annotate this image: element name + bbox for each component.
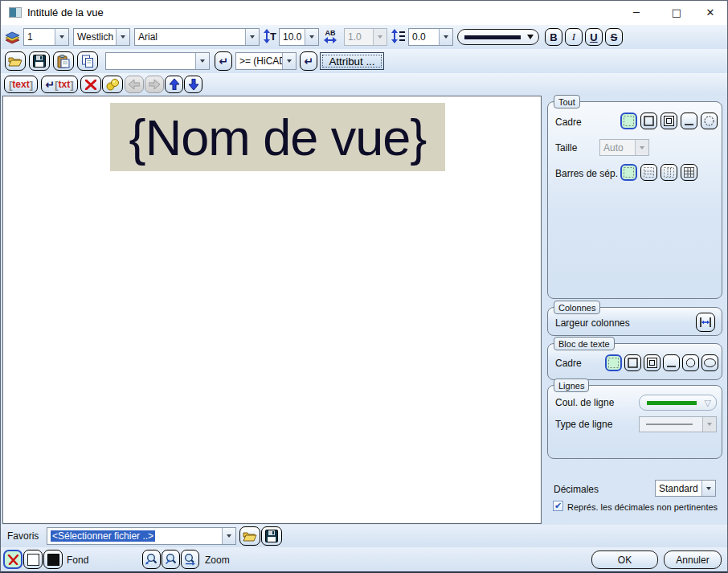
group-lignes: Lignes Coul. de ligne ▽ Type de ligne — [547, 385, 722, 459]
tout-cadre-circle-button[interactable] — [701, 113, 718, 129]
fond-none-button[interactable] — [3, 550, 22, 569]
layer-select[interactable]: 1 — [23, 28, 69, 46]
chevron-down-icon[interactable] — [55, 29, 68, 45]
move-down-button[interactable] — [184, 76, 202, 93]
minimize-icon: ─ — [633, 6, 640, 18]
format-toolbar: 1 Westlich Arial T 10.0 AB 1.0 — [1, 25, 727, 50]
maximize-button[interactable]: □ — [659, 1, 694, 24]
white-square-icon — [27, 554, 39, 566]
magnifier-arrow-icon — [183, 553, 197, 567]
chevron-down-icon[interactable] — [305, 29, 318, 45]
magnifier-minus-icon — [145, 553, 158, 567]
insert-attribute-button[interactable]: ↵ — [215, 51, 232, 71]
ok-button[interactable]: OK — [591, 550, 658, 569]
line-style-select[interactable] — [457, 29, 539, 45]
save-button[interactable] — [29, 51, 50, 71]
barres-none-button[interactable] — [620, 164, 637, 181]
column-width-button[interactable] — [696, 313, 715, 332]
maximize-icon: □ — [672, 6, 681, 18]
underline-button[interactable]: U — [585, 28, 603, 46]
attribute-source-select[interactable]: >= (HiCAD — [235, 52, 297, 70]
line-spacing-icon — [391, 29, 405, 43]
barres-grid-button[interactable] — [681, 164, 697, 181]
fond-white-button[interactable] — [23, 550, 43, 569]
copy-button[interactable] — [77, 51, 98, 71]
text-block-button[interactable]: [text] — [4, 76, 38, 93]
chevron-down-icon[interactable] — [282, 53, 296, 69]
paste-button[interactable] — [53, 51, 74, 71]
bloc-cadre-underline-button[interactable] — [663, 354, 680, 371]
chevron-down-icon[interactable] — [195, 53, 209, 69]
open-button[interactable] — [5, 51, 26, 71]
chevron-down-icon[interactable] — [116, 29, 129, 45]
chevron-down-icon[interactable] — [245, 29, 259, 45]
insert-source-button[interactable]: ↵ — [300, 51, 317, 71]
barres-vertical-button[interactable] — [661, 164, 677, 181]
previous-button — [125, 76, 144, 93]
cancel-button[interactable]: Annuler — [664, 550, 722, 569]
chevron-down-icon[interactable]: ▽ — [705, 398, 711, 408]
preview-canvas[interactable]: {Nom de vue} — [2, 96, 542, 524]
font-select[interactable]: Arial — [134, 28, 260, 46]
bold-button[interactable]: B — [545, 28, 562, 46]
bloc-cadre-box-button[interactable] — [624, 354, 641, 371]
edit-toolbar: [text] ↵ [txt] — [1, 73, 727, 96]
line-spacing-select[interactable]: 0.0 — [408, 28, 453, 46]
chevron-down-icon — [702, 417, 716, 432]
fond-black-button[interactable] — [43, 550, 63, 569]
bloc-cadre-circle-button[interactable] — [682, 354, 699, 371]
pearls-icon — [106, 79, 119, 91]
tout-cadre-underline-button[interactable] — [681, 113, 697, 129]
font-size-select[interactable]: 10.0 — [279, 28, 319, 46]
view-title-dialog: Intitulé de la vue ─ □ ✕ 1 Westlich Aria… — [0, 0, 728, 573]
attribute-value-select[interactable] — [105, 52, 210, 70]
attribute-toolbar: ↵ >= (HiCAD ↵ Attribut ... — [1, 49, 727, 74]
favorites-bar: Favoris <Sélectionner fichier ..> — [1, 525, 727, 547]
bloc-cadre-ellipse-button[interactable] — [701, 354, 718, 371]
attribut-button[interactable]: Attribut ... — [320, 52, 384, 70]
group-colonnes: Colonnes Largeur colonnes — [547, 307, 722, 336]
chevron-down-icon — [635, 140, 648, 155]
zoom-label: Zoom — [205, 555, 230, 566]
favorites-select[interactable]: <Sélectionner fichier ..> — [47, 527, 236, 545]
insert-text-block-button[interactable]: ↵ [txt] — [41, 76, 78, 93]
fond-label: Fond — [67, 555, 88, 566]
strikethrough-button[interactable]: S — [605, 28, 623, 46]
floppy-icon — [33, 55, 46, 68]
chevron-down-icon — [373, 29, 386, 45]
decimales-select[interactable]: Standard — [655, 480, 716, 497]
zoom-in-button[interactable] — [162, 550, 180, 569]
window-title: Intitulé de la vue — [27, 6, 104, 18]
chevron-down-icon[interactable] — [439, 29, 452, 45]
move-up-button[interactable] — [165, 76, 183, 93]
tout-cadre-double-box-button[interactable] — [661, 113, 677, 129]
alignment-select[interactable]: Westlich — [73, 28, 130, 46]
non-pertinentes-checkbox[interactable]: ✔ — [553, 501, 563, 511]
minimize-button[interactable]: ─ — [619, 1, 654, 24]
barres-horizontal-button[interactable] — [640, 164, 657, 181]
italic-button[interactable]: I — [565, 28, 583, 46]
green-line-sample — [647, 401, 697, 405]
chevron-down-icon[interactable] — [527, 35, 534, 39]
check-icon: ✔ — [554, 501, 562, 511]
delete-button[interactable] — [80, 76, 101, 93]
favorites-save-button[interactable] — [261, 526, 282, 546]
close-button[interactable]: ✕ — [693, 1, 728, 24]
chevron-down-icon[interactable] — [222, 528, 235, 544]
tout-cadre-box-button[interactable] — [640, 113, 657, 129]
text-height-icon: T — [264, 29, 276, 43]
decimales-label: Décimales — [554, 484, 599, 495]
view-name-placeholder[interactable]: {Nom de vue} — [110, 103, 445, 171]
favorites-open-button[interactable] — [239, 526, 260, 546]
layers-icon — [4, 29, 21, 45]
chevron-down-icon[interactable] — [701, 481, 715, 496]
zoom-out-button[interactable] — [142, 550, 161, 569]
titlebar: Intitulé de la vue ─ □ ✕ — [1, 1, 727, 25]
zoom-fit-button[interactable] — [181, 550, 199, 569]
tout-cadre-none-button[interactable] — [620, 113, 637, 129]
line-color-select[interactable]: ▽ — [639, 395, 717, 411]
bloc-cadre-none-button[interactable] — [605, 354, 622, 371]
bloc-cadre-double-box-button[interactable] — [644, 354, 661, 371]
attributes-pearls-button[interactable] — [102, 76, 123, 93]
open-folder-icon — [243, 530, 257, 542]
